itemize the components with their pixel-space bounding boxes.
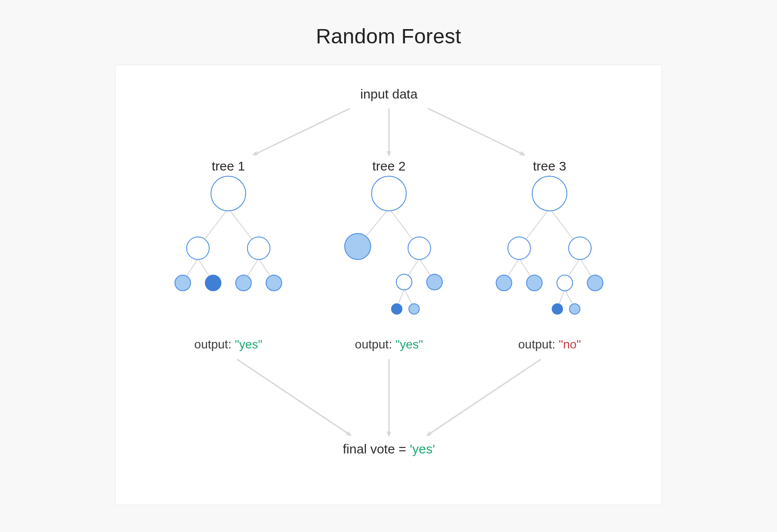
arrow-icon (428, 108, 523, 154)
tree-node-icon (527, 275, 542, 291)
tree-node-icon (587, 275, 603, 291)
tree-node-icon (205, 275, 221, 291)
tree-node-icon (247, 237, 270, 259)
tree-node-icon (187, 237, 209, 259)
diagram-title: Random Forest (0, 0, 777, 48)
tree-node-icon (372, 176, 406, 211)
tree-node-icon (570, 304, 580, 314)
tree-3-graphic (496, 176, 603, 314)
tree-node-icon (236, 275, 251, 291)
tree-node-icon (266, 275, 282, 291)
tree-node-icon (396, 274, 412, 290)
output-arrows (237, 359, 541, 435)
arrow-icon (237, 359, 350, 435)
tree-node-icon (552, 304, 563, 314)
tree-node-icon (508, 237, 530, 259)
tree-node-icon (211, 176, 246, 211)
tree-2-graphic (345, 176, 442, 314)
diagram-panel: input data tree 1 tree 2 tree 3 output: … (115, 65, 662, 505)
tree-node-icon (496, 275, 512, 291)
input-arrows (254, 108, 523, 154)
tree-node-icon (408, 237, 431, 259)
arrow-icon (254, 108, 350, 154)
tree-node-icon (175, 275, 191, 291)
tree-node-icon (557, 275, 573, 291)
tree-node-icon (569, 237, 591, 259)
tree-1-graphic (175, 176, 282, 291)
tree-node-icon (427, 274, 442, 290)
tree-node-icon (532, 176, 567, 211)
diagram-svg (115, 65, 662, 506)
tree-node-icon (392, 304, 402, 314)
tree-node-icon (409, 304, 419, 314)
arrow-icon (428, 359, 541, 435)
tree-node-icon (345, 233, 371, 259)
